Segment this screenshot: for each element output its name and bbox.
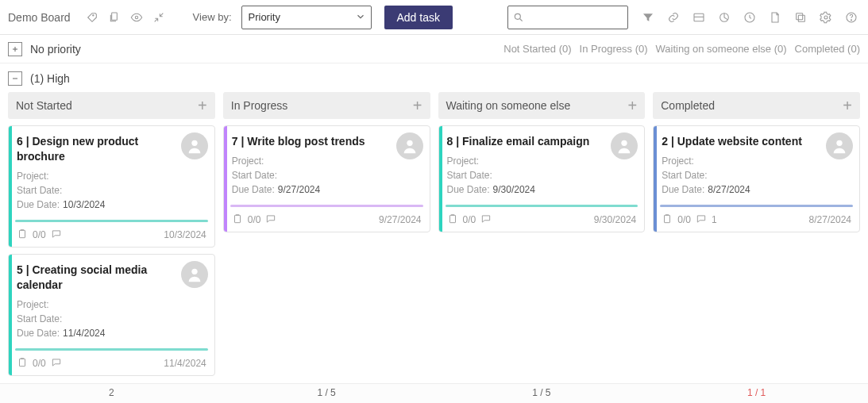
column-title: In Progress: [231, 99, 288, 112]
svg-rect-12: [20, 230, 25, 237]
task-card[interactable]: 5 | Creating social media calendar Proje…: [8, 254, 215, 376]
card-meta: Project: Start Date: Due Date:10/3/2024: [17, 169, 206, 212]
copy-icon[interactable]: [106, 9, 123, 26]
comment-icon: [480, 213, 492, 227]
avatar-icon: [181, 132, 208, 159]
clipboard-icon: [232, 213, 243, 227]
clipboard-icon: [662, 213, 673, 227]
view-by-label: View by:: [193, 11, 232, 23]
avatar-icon: [611, 132, 638, 159]
clipboard-icon: [17, 228, 28, 242]
footer-count-not-started: 2: [8, 387, 215, 398]
card-divider: [446, 205, 638, 207]
eye-icon[interactable]: [128, 9, 145, 26]
svg-rect-4: [694, 13, 704, 21]
avatar-icon: [396, 132, 423, 159]
status-count-waiting: Waiting on someone else (0): [656, 43, 787, 55]
card-divider: [660, 205, 853, 207]
comment-icon: [51, 357, 62, 370]
svg-point-0: [92, 14, 93, 15]
card-title: 7 | Write blog post trends: [232, 134, 422, 149]
view-by-select[interactable]: Priority: [241, 6, 372, 29]
add-card-button[interactable]: +: [843, 98, 852, 113]
card-meta: Project: Start Date: Due Date:9/30/2024: [447, 154, 637, 197]
comment-icon: [51, 228, 62, 242]
footer-count-in-progress: 1 / 5: [223, 387, 430, 398]
svg-rect-6: [798, 15, 804, 21]
layout-icon[interactable]: [690, 9, 708, 26]
add-task-button[interactable]: Add task: [384, 6, 453, 29]
footer-count-completed: 1 / 1: [653, 387, 860, 398]
card-footer: 0/0 9/30/2024: [447, 213, 637, 227]
card-divider: [230, 205, 423, 207]
history-icon[interactable]: [741, 9, 758, 26]
subtask-count: 0/0: [248, 214, 261, 225]
add-card-button[interactable]: +: [628, 98, 638, 113]
card-divider: [15, 348, 208, 351]
comment-icon: [696, 213, 707, 227]
search-input[interactable]: [507, 6, 628, 29]
collapse-button-high[interactable]: [8, 71, 22, 86]
settings-icon[interactable]: [817, 9, 835, 26]
task-card[interactable]: 8 | Finalize email campaign Project: Sta…: [438, 125, 646, 232]
card-footer-date: 8/27/2024: [809, 214, 851, 225]
card-meta: Project: Start Date: Due Date:9/27/2024: [232, 154, 422, 197]
svg-point-10: [851, 19, 851, 20]
add-card-button[interactable]: +: [413, 98, 422, 113]
card-footer-date: 11/4/2024: [164, 358, 206, 369]
card-divider: [15, 220, 208, 222]
filter-icon[interactable]: [639, 9, 657, 26]
group-status-counts: Not Started (0) In Progress (0) Waiting …: [503, 43, 860, 55]
expand-button-no-priority[interactable]: [8, 42, 22, 56]
svg-rect-14: [20, 359, 25, 366]
column-header-waiting: Waiting on someone else +: [438, 92, 646, 119]
topbar: Demo Board View by: Priority Add task: [0, 0, 868, 35]
svg-rect-18: [449, 215, 455, 222]
subtask-count: 0/0: [463, 214, 476, 225]
task-card[interactable]: 2 | Update website content Project: Star…: [653, 125, 860, 232]
pie-icon[interactable]: [716, 9, 733, 26]
card-footer-date: 9/30/2024: [594, 214, 636, 225]
column-footer-counts: 2 1 / 5 1 / 5 1 / 1: [0, 383, 868, 403]
group-title-high: (1) High: [30, 72, 70, 85]
column-waiting: Waiting on someone else + 8 | Finalize e…: [438, 92, 646, 376]
task-card[interactable]: 6 | Design new product brochure Project:…: [8, 125, 215, 248]
tag-icon[interactable]: [83, 9, 101, 26]
clipboard-icon: [447, 213, 458, 227]
card-title: 8 | Finalize email campaign: [447, 134, 637, 149]
column-header-completed: Completed +: [653, 92, 860, 119]
task-card[interactable]: 7 | Write blog post trends Project: Star…: [223, 125, 430, 232]
column-completed: Completed + 2 | Update website content P…: [653, 92, 860, 376]
card-footer: 0/0 1 8/27/2024: [662, 213, 851, 227]
card-title: 5 | Creating social media calendar: [17, 263, 206, 293]
status-count-not-started: Not Started (0): [503, 43, 571, 55]
link-icon[interactable]: [665, 9, 682, 26]
group-title-no-priority: No priority: [30, 43, 81, 56]
column-header-in-progress: In Progress +: [223, 92, 430, 119]
view-by-value: Priority: [249, 11, 280, 23]
toolbar-right: [639, 9, 860, 26]
svg-point-8: [824, 16, 827, 19]
chevron-down-icon: [355, 11, 366, 25]
add-card-button[interactable]: +: [198, 98, 207, 113]
svg-rect-7: [797, 13, 803, 19]
card-meta: Project: Start Date: Due Date:8/27/2024: [662, 154, 851, 197]
comment-count: 1: [712, 214, 717, 225]
svg-point-17: [622, 140, 627, 146]
collapse-icon[interactable]: [150, 9, 168, 26]
column-header-not-started: Not Started +: [8, 92, 215, 119]
card-title: 2 | Update website content: [662, 134, 851, 149]
card-footer: 0/0 10/3/2024: [17, 228, 206, 242]
card-footer-date: 10/3/2024: [164, 229, 206, 240]
help-icon[interactable]: [843, 9, 860, 26]
group-no-priority: No priority Not Started (0) In Progress …: [0, 35, 868, 63]
subtask-count: 0/0: [33, 229, 46, 240]
svg-point-11: [191, 140, 197, 146]
card-footer: 0/0 11/4/2024: [17, 357, 206, 370]
svg-point-19: [836, 140, 842, 146]
column-title: Not Started: [16, 99, 72, 112]
svg-point-2: [135, 16, 137, 18]
group-high: (1) High Not Started + 6 | Design new pr…: [0, 63, 868, 376]
pdf-icon[interactable]: [766, 9, 784, 26]
duplicate-icon[interactable]: [792, 9, 809, 26]
